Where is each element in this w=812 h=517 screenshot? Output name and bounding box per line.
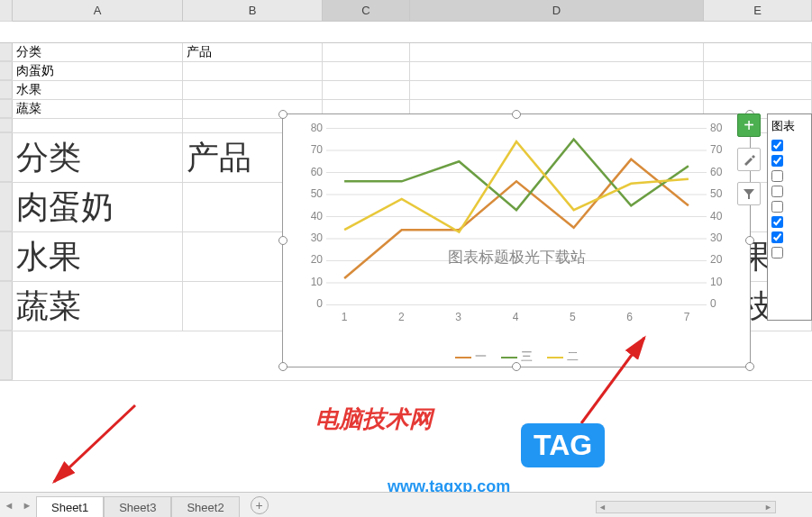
resize-handle[interactable] [512,110,521,119]
sheet-tab[interactable]: Sheet1 [36,496,104,518]
tab-nav-prev[interactable]: ◄ [0,493,18,518]
chart-style-button[interactable] [737,148,761,171]
cell-A-fruit[interactable]: 水果 [13,81,183,99]
resize-handle[interactable] [745,362,754,371]
cell-big-veg[interactable]: 蔬菜 [13,282,183,331]
chk-grid[interactable] [771,216,783,228]
resize-handle[interactable] [278,236,287,245]
chk-axes[interactable] [771,140,783,151]
chart-title[interactable]: 图表标题极光下载站 [301,247,732,268]
chart-filter-button[interactable] [737,182,761,205]
chk-title[interactable] [771,155,783,167]
sheet-tab[interactable]: Sheet3 [104,496,171,518]
cell-big-category[interactable]: 分类 [13,133,183,182]
panel-title: 图表 [771,118,807,134]
annotation-arrow [36,396,144,495]
cell-big-fruit[interactable]: 水果 [13,232,183,281]
cell-big-meat[interactable]: 肉蛋奶 [13,183,183,231]
chk-labels[interactable] [771,170,783,182]
chart-object[interactable]: 0010102020303040405050606070708080123456… [282,113,751,367]
cell-A-veg[interactable]: 蔬菜 [13,100,183,118]
sheet-tab[interactable]: Sheet2 [171,496,239,518]
col-E[interactable]: E [704,0,812,21]
col-A[interactable]: A [13,0,183,21]
chk-table[interactable] [771,186,783,197]
col-C[interactable]: C [323,0,410,21]
select-all-corner[interactable] [0,0,13,22]
add-sheet-button[interactable]: + [251,496,269,514]
horizontal-scrollbar[interactable]: ◄ ► [596,501,776,513]
col-D[interactable]: D [410,0,704,21]
tab-nav-next[interactable]: ► [18,493,36,518]
filter-icon [742,186,756,201]
chart-plot-area: 0010102020303040405050606070708080123456… [326,128,707,305]
cell-A-meat[interactable]: 肉蛋奶 [13,62,183,80]
chart-legend: 一三二 [301,349,732,365]
resize-handle[interactable] [745,236,754,245]
formula-bar[interactable] [0,22,812,43]
column-headers: A B C D E [0,0,812,22]
col-B[interactable]: B [183,0,323,21]
cell-B-product-header[interactable]: 产品 [183,43,323,61]
watermark-tag: TAG [521,423,605,467]
brush-icon [742,152,756,167]
resize-handle[interactable] [278,110,287,119]
chk-trend[interactable] [771,247,783,258]
chk-err[interactable] [771,201,783,213]
chart-elements-panel[interactable]: 图表 [767,113,812,321]
cell-A-category-header[interactable]: 分类 [13,43,183,61]
chk-legend[interactable] [771,231,783,243]
watermark-text: 电脑技术网 [315,404,433,435]
resize-handle[interactable] [278,362,287,371]
chart-add-element-button[interactable]: + [737,113,761,137]
sheet-tab-bar: ◄ ► Sheet1 Sheet3 Sheet2 + ◄ ► [0,492,812,517]
